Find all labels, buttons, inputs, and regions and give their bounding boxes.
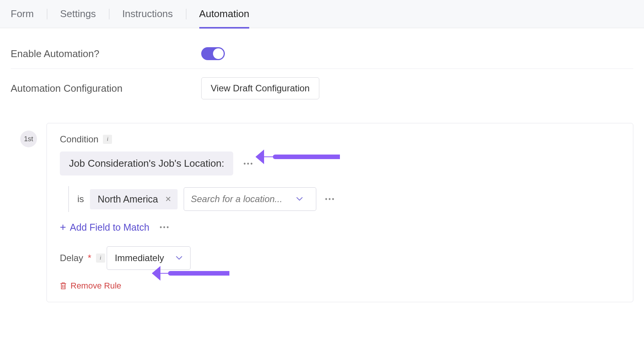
remove-rule-label: Remove Rule <box>70 281 121 291</box>
annotation-arrow-icon <box>149 264 229 283</box>
chip-remove-icon[interactable]: ✕ <box>165 195 171 204</box>
add-field-label: Add Field to Match <box>70 222 149 233</box>
info-icon[interactable]: i <box>103 135 112 144</box>
condition-value-chip: North America ✕ <box>90 189 177 209</box>
tab-divider <box>47 9 47 19</box>
condition-field-pill[interactable]: Job Consideration's Job's Location: <box>60 151 233 175</box>
tab-automation[interactable]: Automation <box>199 0 250 28</box>
condition-value-row: is North America ✕ <box>68 186 620 212</box>
condition-value-more-icon[interactable] <box>322 195 337 203</box>
svg-point-8 <box>167 226 168 228</box>
toggle-knob <box>213 48 224 59</box>
tab-instructions[interactable]: Instructions <box>122 0 173 28</box>
info-icon[interactable]: i <box>96 254 105 263</box>
trash-icon <box>60 282 67 290</box>
condition-value-text: North America <box>98 194 158 205</box>
chevron-down-icon <box>296 197 303 201</box>
rule-card: Condition i Job Consideration's Job's Lo… <box>46 123 633 302</box>
delay-label-row: Delay * i <box>60 253 105 263</box>
condition-label: Condition <box>60 134 98 145</box>
add-field-to-match-button[interactable]: + Add Field to Match <box>60 221 149 233</box>
delay-value: Immediately <box>115 253 164 263</box>
tab-divider <box>186 9 186 19</box>
tab-divider <box>109 9 109 19</box>
condition-label-row: Condition i <box>60 134 112 145</box>
condition-field-row: Job Consideration's Job's Location: <box>60 151 620 175</box>
tab-form[interactable]: Form <box>11 0 34 28</box>
add-field-more-icon[interactable] <box>157 223 171 231</box>
plus-icon: + <box>60 221 66 233</box>
delay-label: Delay <box>60 253 83 263</box>
tabs-bar: Form Settings Instructions Automation <box>0 0 644 28</box>
view-draft-configuration-button[interactable]: View Draft Configuration <box>201 77 319 99</box>
location-search-combobox[interactable] <box>184 187 316 211</box>
remove-rule-button[interactable]: Remove Rule <box>60 281 121 291</box>
svg-point-3 <box>325 198 327 200</box>
enable-automation-row: Enable Automation? <box>11 39 633 69</box>
step-badge: 1st <box>20 131 37 147</box>
rule-wrap: 1st Condition i Job Consideration's Job'… <box>11 123 633 302</box>
annotation-arrow-icon <box>252 147 340 166</box>
svg-point-1 <box>247 163 249 164</box>
step-column: 1st <box>11 123 46 150</box>
condition-operator: is <box>77 194 84 204</box>
delay-section: Delay * i Immediately <box>60 246 620 270</box>
content-area: Enable Automation? Automation Configurat… <box>0 28 644 313</box>
enable-automation-toggle[interactable] <box>201 47 225 60</box>
required-asterisk: * <box>88 253 91 263</box>
enable-automation-label: Enable Automation? <box>11 48 201 60</box>
tab-settings[interactable]: Settings <box>60 0 96 28</box>
automation-config-row: Automation Configuration View Draft Conf… <box>11 69 633 108</box>
svg-point-6 <box>160 226 162 228</box>
chevron-down-icon <box>176 256 183 260</box>
add-field-row: + Add Field to Match <box>60 221 620 233</box>
svg-point-5 <box>332 198 334 200</box>
automation-config-label: Automation Configuration <box>11 83 201 94</box>
location-search-input[interactable] <box>191 194 290 204</box>
svg-point-0 <box>244 163 246 164</box>
svg-point-4 <box>328 198 330 200</box>
svg-point-7 <box>163 226 165 228</box>
